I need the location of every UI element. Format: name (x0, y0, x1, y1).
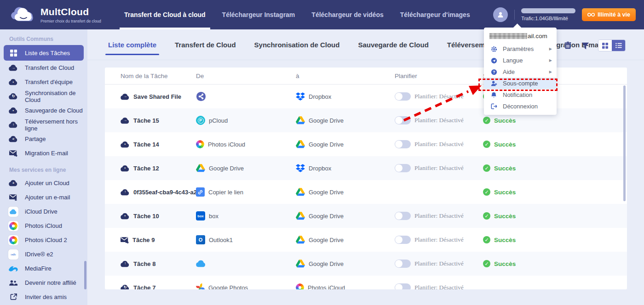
sidebar-item[interactable]: +Ajouter un Cloud (4, 176, 84, 190)
menu-item-label: Paramètres (503, 45, 534, 52)
table-row[interactable]: ▪Tâche 10boxboxGoogle DrivePlanifier: Dé… (105, 204, 627, 228)
google-drive-icon (296, 188, 305, 196)
sidebar-item[interactable]: iCloud Drive (4, 204, 84, 219)
tab-bar: Liste complèteTransfert de CloudSynchron… (87, 29, 644, 60)
sidebar-section-title: Outils Communs (9, 36, 87, 42)
task-name-cell[interactable]: →Save Shared File (121, 92, 196, 101)
header-right: Trafic:1.04GB/Illimité Illimité à vie (493, 0, 636, 29)
tab[interactable]: Transfert de Cloud (175, 41, 236, 49)
tab[interactable]: Liste complète (108, 41, 156, 49)
task-name-cell[interactable]: Tâche 9 (121, 237, 196, 243)
table-scrollbar[interactable] (623, 85, 626, 201)
topnav-item[interactable]: Transfert de Cloud à cloud (116, 0, 214, 29)
multcloud-logo-icon (10, 6, 36, 24)
to-cell: Dropbox (296, 92, 395, 101)
user-avatar[interactable] (493, 7, 508, 22)
photos-icloud-icon (8, 221, 18, 231)
tab[interactable]: Synchronisation de Cloud (254, 41, 340, 49)
copy-link-icon (196, 187, 205, 197)
account-dropdown: ail.com Paramètres▶Langue▶?Aide▶Sous-com… (484, 28, 557, 115)
topnav-item[interactable]: Téléchargeur de vidéos (303, 0, 391, 29)
sidebar-item[interactable]: Inviter des amis (4, 290, 84, 304)
menu-item-param-tres[interactable]: Paramètres▶ (484, 43, 557, 55)
schedule-toggle[interactable] (395, 140, 411, 148)
topnav-item[interactable]: Téléchargeur Instagram (214, 0, 304, 29)
multcloud-share-icon (196, 91, 206, 102)
sidebar-item[interactable]: ▪Transfert d'équipe (4, 75, 84, 89)
menu-item-langue[interactable]: Langue▶ (484, 55, 557, 66)
brand-name: MultCloud (40, 6, 101, 17)
sidebar-item-label: iCloud Drive (25, 208, 58, 215)
icloud-icon (196, 260, 206, 267)
upgrade-label: Illimité à vie (598, 11, 630, 18)
task-name-cell[interactable]: ▪Tâche 12 (121, 164, 196, 173)
cloud-share-icon: < (9, 135, 18, 144)
schedule-cell: Planifier: Désactivé (395, 164, 483, 172)
to-cell: Google Drive (296, 212, 395, 220)
sidebar-item[interactable]: Devenir notre affilié (4, 276, 84, 290)
top-header: MultCloud Premier choix du transfert de … (0, 0, 644, 29)
sidebar-item[interactable]: →Transfert de Cloud (4, 61, 84, 75)
table-row[interactable]: Tâche 9OOutlook1Google DrivePlanifier: D… (105, 228, 627, 252)
schedule-toggle[interactable] (395, 164, 411, 172)
schedule-toggle[interactable] (395, 116, 411, 124)
sidebar-item[interactable]: Photos iCloud (4, 219, 84, 233)
table-row[interactable]: ↻Tâche 7Google PhotosPhotos iCloudPlanif… (105, 276, 627, 289)
grid-view-button[interactable] (598, 40, 612, 51)
multcloud-app: MultCloud Premier choix du transfert de … (0, 0, 644, 305)
task-name-cell[interactable]: ↑0f355eaf-cba9-4c43-a2... (121, 187, 196, 197)
sidebar-item[interactable]: ↑Téléversement hors ligne (4, 118, 84, 132)
upgrade-button[interactable]: Illimité à vie (582, 8, 636, 21)
sidebar-item[interactable]: <Partage (4, 132, 84, 146)
mail-add-icon (9, 194, 17, 201)
sidebar-item-label: Photos iCloud 2 (25, 237, 67, 243)
photos-icloud-icon (8, 235, 18, 245)
status-cell: ✓Succès (483, 164, 627, 172)
invite-icon (10, 294, 17, 300)
menu-item-d-connexion[interactable]: Déconnexion (484, 101, 557, 112)
sidebar-item-label: Inviter des amis (25, 294, 67, 300)
to-cell: Google Drive (296, 140, 395, 148)
schedule-toggle[interactable] (395, 92, 411, 101)
task-name-cell[interactable]: ▪Tâche 14 (121, 140, 196, 149)
sidebar-scrollbar[interactable] (84, 261, 86, 289)
task-name-cell[interactable]: ↻Tâche 7 (121, 283, 196, 289)
success-check-icon: ✓ (483, 164, 490, 172)
sidebar-item[interactable]: Migration E-mail (4, 146, 84, 160)
schedule-toggle[interactable] (395, 236, 411, 244)
sidebar-item[interactable]: ↻Synchronisation de Cloud (4, 89, 84, 103)
sidebar: Outils CommunsListe des Tâches→Transfert… (0, 29, 87, 305)
menu-item-label: Déconnexion (503, 103, 538, 110)
sidebar-item[interactable]: Liste des Tâches (4, 45, 84, 61)
task-name-cell[interactable]: →Tâche 15 (121, 116, 196, 125)
brand-logo[interactable]: MultCloud Premier choix du transfert de … (10, 6, 116, 24)
sidebar-item[interactable]: ▪Sauvegarde de Cloud (4, 103, 84, 118)
schedule-toggle[interactable] (395, 260, 411, 268)
menu-item-label: Langue (503, 57, 523, 64)
sidebar-item[interactable]: Ajouter un e-mail (4, 190, 84, 204)
cloud-backup-icon: ▪ (121, 140, 130, 149)
sidebar-item[interactable]: Photos iCloud 2 (4, 233, 84, 247)
menu-item-aide[interactable]: ?Aide▶ (484, 66, 557, 78)
list-view-button[interactable] (612, 40, 625, 51)
table-row[interactable]: ↑Tâche 8Google DrivePlanifier: Désactivé… (105, 252, 627, 276)
mail-migrate-icon (121, 237, 129, 243)
sidebar-item[interactable]: MediaFire (4, 261, 84, 276)
table-row[interactable]: ▪Tâche 14Photos iCloudGoogle DrivePlanif… (105, 132, 627, 156)
schedule-toggle[interactable] (395, 212, 411, 220)
schedule-toggle[interactable] (395, 283, 411, 289)
topnav-item[interactable]: Téléchargeur d'images (392, 0, 478, 29)
dropdown-items: Paramètres▶Langue▶?Aide▶Sous-compteNotif… (484, 43, 557, 112)
table-row[interactable]: ↑0f355eaf-cba9-4c43-a2...Copier le lienG… (105, 180, 627, 204)
email-visible-suffix: ail.com (528, 33, 547, 40)
from-cell: Google Photos (196, 283, 296, 290)
cloud-backup-icon: ▪ (121, 164, 130, 173)
tab[interactable]: Sauvegarde de Cloud (358, 41, 428, 49)
task-name-cell[interactable]: ▪Tâche 10 (121, 211, 196, 220)
trash-icon[interactable] (563, 41, 572, 50)
task-name-cell[interactable]: ↑Tâche 8 (121, 259, 196, 268)
cloud-sync-icon: ↻ (121, 283, 130, 289)
sidebar-item[interactable]: ≡e2≡IDrive® e2 (4, 247, 84, 261)
table-row[interactable]: ▪Tâche 12Google DriveDropboxPlanifier: D… (105, 156, 627, 180)
filter-icon[interactable] (581, 41, 590, 50)
